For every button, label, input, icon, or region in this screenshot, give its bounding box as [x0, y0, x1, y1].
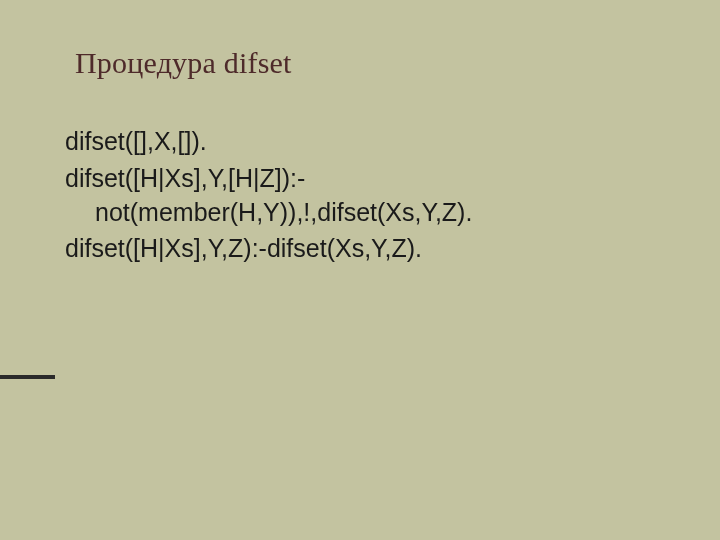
accent-bar: [0, 375, 55, 379]
code-line: difset([H|Xs],Y,[H|Z]):-not(member(H,Y))…: [65, 162, 665, 230]
slide: Процедура difset difset([],X,[]). difset…: [0, 0, 720, 540]
slide-body: difset([],X,[]). difset([H|Xs],Y,[H|Z]):…: [65, 125, 665, 269]
code-line: difset([],X,[]).: [65, 125, 665, 159]
code-line: difset([H|Xs],Y,Z):-difset(Xs,Y,Z).: [65, 232, 665, 266]
slide-title: Процедура difset: [75, 46, 292, 80]
